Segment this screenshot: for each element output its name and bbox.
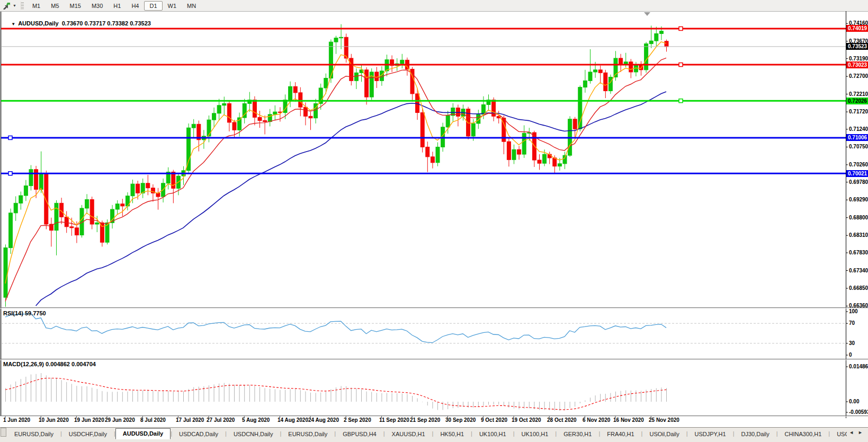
chart-tab-eurusd-daily[interactable]: EURUSD,Daily [281, 429, 334, 439]
chart-tab-usdcnh-daily[interactable]: USDCNH,Daily [227, 429, 280, 439]
chart-tab-uk100-h1[interactable]: UK100,H1 [472, 429, 513, 439]
date-label: 11 Sep 2020 [379, 417, 409, 423]
candle-down [303, 107, 307, 116]
candle-down [426, 147, 429, 156]
price-tick-label: 0.71720 [849, 109, 868, 114]
candle-down [665, 41, 668, 47]
chart-tab-usdchf-daily[interactable]: USDCHF,Daily [62, 429, 114, 439]
candle-down [227, 103, 231, 122]
tab-separator: | [555, 430, 557, 437]
tab-separator: | [280, 430, 281, 437]
price-tick-label: 0.66850 [849, 285, 868, 291]
price-tick-label: 0.70750 [849, 144, 868, 149]
candle-down [604, 73, 607, 91]
candle-down [517, 149, 521, 154]
candle-up [334, 38, 338, 42]
candle-down [156, 193, 160, 197]
candle-up [24, 186, 28, 196]
date-label: 2 Sep 2020 [344, 417, 371, 423]
candle-up [29, 170, 33, 186]
chart-title: ▼AUDUSD,Daily 0.73670 0.73717 0.73382 0.… [5, 14, 151, 33]
date-label: 27 Jul 2020 [207, 417, 235, 423]
price-tick-label: 0.67340 [849, 268, 868, 273]
tab-separator: | [776, 430, 778, 437]
candle-up [39, 174, 43, 190]
macd-label: MACD(12,26,9) 0.004862 0.004704 [3, 361, 96, 367]
candle-down [65, 217, 68, 226]
tab-separator: | [598, 430, 600, 437]
rsi-tick-label: 0 [849, 352, 852, 358]
hline-handle[interactable] [8, 136, 12, 139]
chart-tab-audusd-daily[interactable]: AUDUSD,Daily [115, 428, 171, 439]
tab-scroll-left-icon[interactable]: ◄ [849, 430, 854, 435]
tab-separator: | [471, 430, 472, 437]
chart-tab-xauusd-h1[interactable]: XAUUSD,H1 [385, 429, 432, 439]
date-label: 24 Aug 2020 [308, 417, 339, 423]
candle-down [299, 93, 302, 107]
chart-tab-usdcad-daily[interactable]: USDCAD,Daily [172, 429, 225, 439]
candle-up [649, 41, 653, 43]
hline-handle[interactable] [679, 63, 683, 67]
candle-up [522, 133, 526, 154]
chart-tab-uk100-h1[interactable]: UK100,H1 [515, 429, 556, 439]
chart-tab-usoil-daily[interactable]: USOil,Daily [642, 429, 686, 439]
date-label: 19 Jun 2020 [74, 417, 104, 423]
chart-tab-fra40-h1[interactable]: FRA40,H1 [600, 429, 641, 439]
candle-down [34, 170, 38, 190]
price-badge-0.73023: 0.73023 [846, 61, 868, 68]
price-tick-label: 0.69780 [849, 179, 868, 185]
chart-tab-usdjpy-h1[interactable]: USDJPY,H1 [688, 429, 733, 439]
price-tick-label: 0.70260 [849, 162, 868, 167]
candle-up [85, 200, 89, 208]
candle-up [471, 123, 475, 136]
candle-down [70, 227, 74, 228]
candle-up [583, 81, 587, 87]
tab-scroll-right-icon[interactable]: ► [858, 430, 863, 435]
tab-separator: | [828, 430, 830, 437]
chart-tab-eurusd-daily[interactable]: EURUSD,Daily [7, 429, 60, 439]
candle-up [594, 70, 597, 72]
candle-down [100, 223, 104, 242]
macd-tick-label: 0.00 [849, 399, 859, 404]
chart-tab-gbpusd-h4[interactable]: GBPUSD,H4 [336, 429, 383, 439]
current-price-badge: 0.73523 [846, 43, 868, 50]
chart-tab-ger30-h1[interactable]: GER30,H1 [557, 429, 598, 439]
tab-stub[interactable] [1, 428, 6, 437]
macd-tick-label: 0.014861 [849, 364, 868, 369]
candle-up [14, 203, 17, 213]
price-tick-label: 0.69290 [849, 197, 868, 202]
rsi-label: RSI(14) 59.7750 [3, 310, 46, 316]
chart-canvas[interactable] [0, 0, 868, 427]
candle-down [253, 100, 256, 118]
hline-handle[interactable] [679, 99, 683, 103]
candle-up [212, 113, 216, 120]
candle-down [172, 172, 175, 189]
candle-up [512, 149, 516, 160]
rsi-tick-label: 100 [849, 308, 858, 314]
chart-tab-china300-h1[interactable]: CHINA300,H1 [778, 429, 829, 439]
chart-collapse-caret[interactable]: ▼ [11, 22, 15, 26]
tab-separator: | [686, 430, 688, 437]
date-label: 30 Sep 2020 [445, 417, 476, 423]
candle-up [9, 213, 13, 248]
candle-up [558, 164, 561, 166]
candle-down [431, 157, 434, 163]
candle-up [289, 86, 292, 100]
candle-down [629, 62, 633, 72]
rsi-tick-label: 70 [849, 320, 855, 326]
price-badge-0.71006: 0.71006 [846, 134, 868, 141]
mt4-window: { "toolbar": { "dropdown_caret": "▼", "t… [0, 0, 868, 442]
candle-down [350, 58, 353, 81]
hline-handle[interactable] [679, 26, 683, 30]
price-tick-label: 0.72700 [849, 73, 868, 79]
candle-down [232, 122, 236, 130]
chart-tab-dj30-daily[interactable]: DJ30,Daily [735, 429, 776, 439]
date-label: 8 Jul 2020 [140, 417, 166, 423]
chart-tab-usoil-h1[interactable]: USOil,H1 [830, 429, 847, 439]
candle-down [258, 117, 262, 120]
hline-handle[interactable] [8, 172, 12, 175]
tab-separator: | [225, 430, 227, 437]
candle-down [263, 121, 267, 122]
candle-up [563, 155, 567, 164]
chart-tab-hk50-h1[interactable]: HK50,H1 [433, 429, 471, 439]
